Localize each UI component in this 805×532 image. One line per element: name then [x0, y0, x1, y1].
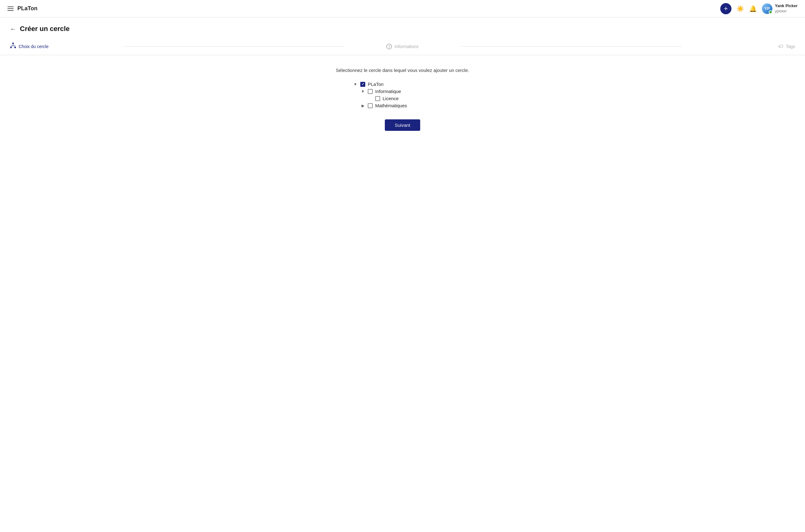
svg-rect-1 — [10, 47, 12, 48]
user-info: Yank Picker ypicker — [775, 3, 798, 14]
steps-bar: Choix du cercle i Informations 🏷 Tags — [0, 38, 805, 55]
suivant-button[interactable]: Suivant — [385, 119, 420, 131]
toggle-platon[interactable] — [353, 82, 358, 87]
checkbox-mathematiques[interactable] — [368, 103, 373, 108]
network-icon — [10, 42, 16, 50]
step-divider-2 — [460, 46, 682, 46]
step-tags-label: Tags — [786, 44, 795, 49]
label-informatique: Informatique — [375, 89, 401, 94]
navbar-right: + ☀️ 🔔 YP Yank Picker ypicker — [720, 3, 798, 14]
navbar: PLaTon + ☀️ 🔔 YP Yank Picker ypicker — [0, 0, 805, 17]
svg-rect-0 — [13, 43, 14, 44]
tag-icon: 🏷 — [778, 44, 783, 49]
step-choix-label: Choix du cercle — [19, 44, 49, 49]
notifications-button[interactable]: 🔔 — [749, 5, 757, 13]
step-tags[interactable]: 🏷 Tags — [684, 44, 795, 49]
info-icon: i — [386, 44, 392, 49]
hamburger-icon — [7, 6, 14, 11]
checkbox-licence[interactable] — [375, 96, 380, 101]
back-button[interactable]: ← — [10, 25, 16, 33]
tree-item-mathematiques: Mathématiques — [360, 103, 452, 108]
tree-item-platon: PLaTon — [353, 81, 452, 87]
label-platon: PLaTon — [368, 81, 384, 87]
tree-item-licence: Licence — [368, 96, 452, 101]
avatar: YP — [762, 3, 772, 14]
step-divider-1 — [123, 46, 345, 46]
user-username: ypicker — [775, 9, 787, 13]
tree-item-informatique: Informatique — [360, 89, 452, 94]
add-button[interactable]: + — [720, 3, 731, 14]
page-header: ← Créer un cercle — [0, 17, 805, 38]
toggle-mathematiques[interactable] — [360, 103, 365, 108]
toggle-informatique[interactable] — [360, 89, 365, 94]
avatar-initials: YP — [764, 6, 770, 11]
page-title: Créer un cercle — [20, 25, 70, 33]
user-menu[interactable]: YP Yank Picker ypicker — [762, 3, 798, 14]
checkbox-informatique[interactable] — [368, 89, 373, 94]
online-badge — [769, 10, 772, 14]
hamburger-button[interactable] — [7, 6, 14, 11]
sun-icon: ☀️ — [736, 5, 744, 13]
navbar-left: PLaTon — [7, 5, 38, 12]
label-mathematiques: Mathématiques — [375, 103, 407, 108]
app-brand: PLaTon — [17, 5, 38, 12]
step-choix[interactable]: Choix du cercle — [10, 42, 121, 50]
step-informations[interactable]: i Informations — [347, 44, 458, 49]
theme-toggle-button[interactable]: ☀️ — [736, 5, 744, 13]
label-licence: Licence — [383, 96, 399, 101]
user-fullname: Yank Picker — [775, 3, 798, 9]
main-content: Sélectionnez le cercle dans lequel vous … — [0, 55, 805, 143]
circle-tree: PLaTon Informatique Licence Mathématique… — [353, 81, 452, 108]
bell-icon: 🔔 — [749, 5, 757, 13]
checkbox-platon[interactable] — [360, 82, 365, 87]
step-informations-label: Informations — [395, 44, 418, 49]
svg-rect-2 — [14, 47, 16, 48]
instruction-text: Sélectionnez le cercle dans lequel vous … — [336, 68, 469, 73]
